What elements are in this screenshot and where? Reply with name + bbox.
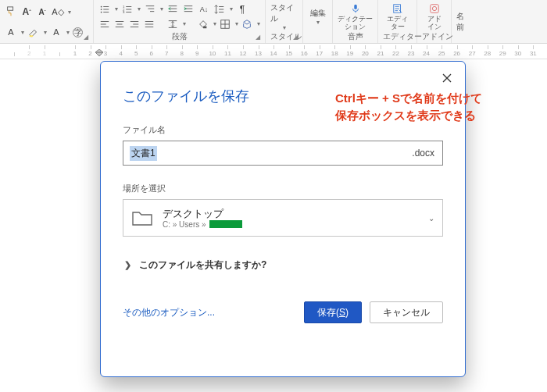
location-path: C: » Users »	[163, 220, 419, 229]
styles-dialog-launcher-icon[interactable]: ◢	[293, 34, 301, 41]
ruler-tick: 11	[220, 50, 236, 57]
ruler-tick: 2	[22, 50, 38, 57]
borders-icon[interactable]	[220, 18, 231, 30]
indent-decrease-icon[interactable]	[166, 3, 179, 16]
filename-input[interactable]: 文書1	[130, 146, 157, 161]
ruler-tick: 14	[266, 50, 281, 57]
ribbon-group-styles[interactable]: スタイル ▾ スタイル ◢	[266, 0, 303, 43]
file-extension-label: .docx	[412, 148, 434, 159]
file-extension-dropdown[interactable]: .docx	[407, 148, 434, 159]
align-right-icon[interactable]	[128, 18, 140, 30]
justify-icon[interactable]	[143, 18, 155, 30]
ribbon-group-editor[interactable]: エディ ター エディター	[378, 0, 417, 43]
ruler[interactable]: 2 1 1 2 3 4 5 6 7 8 9 10 11 12 13 14 15 …	[0, 44, 547, 59]
ruler-tick: 12	[235, 50, 251, 57]
align-left-icon[interactable]	[98, 18, 110, 30]
ruler-tick: 28	[480, 50, 495, 57]
multilevel-list-icon[interactable]	[144, 3, 156, 16]
ruler-tick: 4	[113, 50, 129, 57]
editing-button-label: 編集	[310, 8, 326, 19]
ruler-tick: 23	[403, 50, 419, 57]
ruler-tick: 1	[37, 50, 52, 57]
ribbon-group-paragraph: ▾ 123▾ ▾ A↓ ▾ ¶ ▾ ▾ ▾ ▾ 段落 ◢	[94, 0, 266, 43]
save-accelerator: S	[339, 307, 345, 318]
ruler-tick: 29	[495, 50, 511, 57]
editor-label-2: ター	[391, 23, 405, 30]
shading-icon[interactable]	[198, 18, 209, 30]
svg-point-4	[101, 9, 102, 10]
chevron-down-icon: ⌄	[428, 214, 434, 223]
editor-label-1: エディ	[387, 15, 408, 23]
location-path-prefix: C: » Users »	[163, 220, 206, 229]
sort-icon[interactable]: A↓	[198, 3, 210, 16]
more-options-link[interactable]: その他のオプション...	[123, 306, 296, 319]
document-area: このファイルを保存 Ctrlキー + Sで名前を付けて 保存ボックスを表示できる…	[0, 59, 547, 392]
addin-group-label: アドイン	[422, 31, 446, 42]
chevron-right-icon: ❯	[124, 260, 131, 270]
svg-point-47	[432, 6, 436, 10]
ruler-tick: 9	[190, 50, 206, 57]
folder-icon	[131, 209, 153, 226]
align-center-icon[interactable]	[113, 18, 125, 30]
ribbon-group-name: 名前	[452, 0, 475, 43]
format-painter-icon[interactable]	[5, 5, 17, 18]
ruler-tick: 16	[296, 50, 312, 57]
indent-marker-icon[interactable]	[95, 49, 103, 57]
ruler-tick: 7	[159, 50, 174, 57]
line-spacing-icon[interactable]	[213, 3, 226, 16]
font-size-larger-icon[interactable]: Aˆ	[20, 5, 33, 18]
ribbon-group-editing[interactable]: 編集 ▾	[303, 0, 333, 43]
ribbon: Aˆ Aˇ A◇ ▾ A▾ ▾ A▾ 字 ◢ ▾ 123▾ ▾ A↓ ▾ ¶	[0, 0, 547, 44]
ribbon-group-addin[interactable]: アド イン アドイン	[417, 0, 452, 43]
voice-group-label: 音声	[338, 31, 373, 42]
asian-layout-icon[interactable]	[241, 18, 253, 30]
ruler-tick: 17	[312, 50, 327, 57]
location-label: 場所を選択	[123, 183, 443, 194]
ribbon-group-font: Aˆ Aˇ A◇ ▾ A▾ ▾ A▾ 字 ◢	[0, 0, 94, 43]
microphone-icon	[349, 2, 362, 15]
distribute-icon[interactable]	[167, 18, 179, 30]
svg-rect-46	[430, 5, 438, 13]
char-style-icon[interactable]: A	[5, 26, 17, 38]
location-dropdown[interactable]: デスクトップ C: » Users » ⌄	[123, 199, 443, 237]
bullets-icon[interactable]	[98, 3, 111, 16]
highlight-icon[interactable]	[27, 26, 40, 38]
ruler-tick: 21	[373, 50, 388, 57]
ribbon-group-dictation[interactable]: ディクテー ション 音声	[333, 0, 378, 43]
save-dialog: このファイルを保存 Ctrlキー + Sで名前を付けて 保存ボックスを表示できる…	[100, 61, 466, 377]
ruler-tick: 20	[358, 50, 374, 57]
save-button[interactable]: 保存(S)	[304, 301, 362, 323]
filename-label: ファイル名	[123, 124, 443, 136]
enclose-char-icon[interactable]: 字	[73, 27, 83, 37]
ruler-tick: 30	[510, 50, 526, 57]
addin-label-2: イン	[427, 23, 442, 30]
name-group-label: 名前	[456, 11, 470, 33]
svg-rect-0	[8, 7, 13, 10]
close-button[interactable]	[437, 68, 457, 88]
ruler-tick: 18	[327, 50, 342, 57]
close-icon	[442, 73, 452, 84]
show-hide-marks-icon[interactable]: ¶	[236, 3, 248, 16]
paragraph-group-label: 段落	[98, 31, 260, 42]
svg-rect-1	[30, 35, 33, 37]
dictation-label-2: ション	[345, 23, 366, 30]
ruler-tick: 15	[281, 50, 297, 57]
font-size-smaller-icon[interactable]: Aˇ	[36, 5, 48, 18]
svg-rect-44	[354, 5, 357, 9]
font-dialog-launcher-icon[interactable]: ◢	[84, 34, 91, 41]
svg-text:3: 3	[123, 10, 125, 14]
svg-point-2	[101, 5, 102, 7]
cancel-button[interactable]: キャンセル	[370, 301, 443, 323]
font-color-icon[interactable]: A	[50, 26, 63, 38]
filename-field-row: 文書1 .docx	[123, 141, 443, 166]
ruler-tick: 19	[342, 50, 358, 57]
indent-increase-icon[interactable]	[182, 3, 195, 16]
share-toggle[interactable]: ❯ このファイルを共有しますか?	[123, 258, 443, 272]
numbering-icon[interactable]: 123	[121, 3, 134, 16]
location-name: デスクトップ	[163, 208, 419, 220]
paragraph-dialog-launcher-icon[interactable]: ◢	[256, 34, 263, 41]
ruler-tick: 8	[174, 50, 190, 57]
clear-format-icon[interactable]: A◇	[52, 5, 64, 18]
ruler-tick: 6	[144, 50, 159, 57]
ruler-tick: 26	[449, 50, 465, 57]
